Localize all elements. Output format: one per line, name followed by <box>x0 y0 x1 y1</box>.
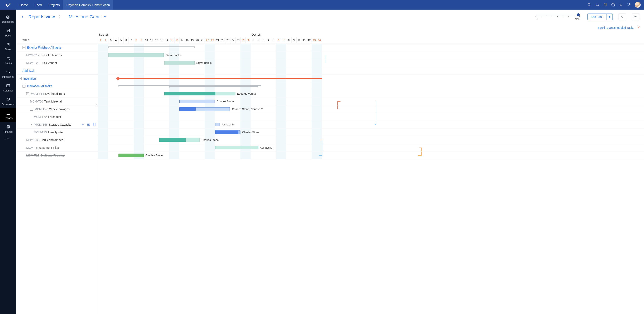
add-task-dropdown[interactable]: ▾ <box>606 13 613 20</box>
svg-point-16 <box>95 123 95 124</box>
task-bar[interactable] <box>179 107 230 111</box>
summary-bar[interactable] <box>118 85 261 86</box>
filter-button[interactable] <box>618 13 626 20</box>
sidebar-item-label: Feed <box>5 34 11 37</box>
task-bar[interactable] <box>215 130 240 134</box>
gantt-lane <box>98 75 644 82</box>
summary-bar[interactable] <box>169 86 258 87</box>
day-label: 30 <box>246 37 250 43</box>
sidebar-item-reports[interactable]: Reports <box>0 108 16 122</box>
task-row[interactable]: MCM-T72Force test <box>16 113 98 121</box>
task-bar[interactable] <box>164 61 194 65</box>
zoom-thumb[interactable] <box>577 13 580 16</box>
add-task-button[interactable]: Add Task <box>588 13 606 20</box>
bar-assignee-label: Avinash M <box>260 146 272 149</box>
bar-assignee-label: Charles Stone <box>202 138 218 141</box>
task-row[interactable]: MCM-T35Caulk and Air seal <box>16 136 98 144</box>
sidebar-item-finance[interactable]: Finance <box>0 122 16 136</box>
add-task-split-button: Add Task ▾ <box>588 13 613 20</box>
day-label: 22 <box>205 37 210 43</box>
gantt-lane: Charles Stone <box>98 152 644 159</box>
back-arrow-icon[interactable] <box>21 15 24 19</box>
sidebar-item-milestones[interactable]: Milestones <box>0 67 16 81</box>
gantt-chart[interactable]: Steve BanksSteve BanksEduardo VargasChar… <box>98 44 644 159</box>
avatar[interactable] <box>635 2 641 8</box>
task-bar[interactable] <box>215 123 220 126</box>
plus-circle-icon[interactable] <box>611 3 615 7</box>
task-title: Identify site <box>48 131 63 134</box>
bar-assignee-label: Charles Stone, Avinash M <box>232 107 263 111</box>
bell-icon[interactable] <box>619 3 623 7</box>
task-row[interactable]: −Exterior Finishes- All tasks <box>16 44 98 51</box>
milestone-line[interactable] <box>118 78 322 79</box>
nav-active-project[interactable]: Daymart Complex Construction <box>63 0 113 9</box>
settings-gear-icon[interactable] <box>637 26 640 29</box>
day-label: 28 <box>236 37 240 43</box>
tools-icon[interactable] <box>627 3 631 7</box>
summary-bar[interactable] <box>108 46 195 47</box>
task-row[interactable]: −MCM-T57Check leakages <box>16 105 98 113</box>
collapse-toggle[interactable]: − <box>30 123 33 126</box>
task-title: Tank Material <box>44 100 62 103</box>
collapse-toggle[interactable]: − <box>26 92 29 95</box>
task-bar[interactable] <box>118 154 144 157</box>
collapse-toggle[interactable]: − <box>19 77 22 80</box>
task-row[interactable]: MCM-T17Brick Arch forms <box>16 51 98 59</box>
task-row[interactable]: MCM-T60Tank Material <box>16 98 98 105</box>
sidebar-item-issues[interactable]: Issues <box>0 53 16 67</box>
task-bar[interactable] <box>164 92 236 95</box>
search-icon[interactable] <box>587 3 592 7</box>
sidebar-item-documents[interactable]: Documents <box>0 95 16 108</box>
task-row[interactable]: −MCM-T14Overhead Tank <box>16 90 98 98</box>
day-label: 12 <box>306 37 312 43</box>
app-logo[interactable] <box>0 2 16 8</box>
zoom-slider[interactable]: FIT MAX <box>536 13 580 20</box>
more-actions-button[interactable]: ••• <box>632 13 640 20</box>
sidebar-more[interactable]: ○○○ <box>4 137 12 140</box>
add-task-link[interactable]: Add Task <box>22 69 34 72</box>
task-id: MCM-T21 <box>26 154 39 157</box>
day-label: 7 <box>128 37 134 43</box>
nav-feed[interactable]: Feed <box>31 0 45 9</box>
bar-assignee-label: Charles Stone <box>242 131 259 134</box>
task-title: Storage Capacity <box>49 123 71 126</box>
task-row[interactable]: MCM-T20Brick Veneer <box>16 59 98 67</box>
task-row[interactable]: MCM-T5Basement Tiles <box>16 144 98 152</box>
row-detail-icon[interactable] <box>87 123 90 126</box>
collapse-toggle[interactable]: − <box>30 108 33 111</box>
task-row[interactable]: −Insulation <box>16 75 98 82</box>
nav-projects[interactable]: Projects <box>45 0 63 9</box>
sidebar-item-dashboard[interactable]: Dashboard <box>0 12 16 26</box>
bar-assignee-label: Avinash M <box>222 123 234 126</box>
view-select[interactable]: Milestone Gantt ▼ <box>68 14 106 19</box>
task-bar[interactable] <box>215 146 258 149</box>
sidebar-item-feed[interactable]: Feed <box>0 26 16 39</box>
collapse-toggle[interactable]: − <box>22 85 26 87</box>
breadcrumb[interactable]: Reports view <box>28 14 55 19</box>
sidebar-item-calendar[interactable]: Calendar <box>0 81 16 95</box>
scroll-unscheduled-link[interactable]: Scroll to Unscheduled Tasks <box>598 26 634 29</box>
row-add-icon[interactable] <box>81 123 84 126</box>
clock-icon[interactable] <box>603 3 607 7</box>
sidebar-item-label: Calendar <box>3 89 13 92</box>
task-title: Basement Tiles <box>39 146 59 149</box>
row-drag-icon[interactable] <box>93 123 96 126</box>
task-row[interactable]: MCM-T21Draft and Fire stop <box>16 152 98 159</box>
task-title: Overhead Tank <box>45 92 65 95</box>
task-title: Draft and Fire stop <box>40 154 65 157</box>
task-row[interactable]: −Insulation- All tasks <box>16 82 98 90</box>
month-label: Sep '18 <box>98 31 251 37</box>
nav-home[interactable]: Home <box>16 0 31 9</box>
task-bar[interactable] <box>179 100 215 103</box>
gamepad-icon[interactable] <box>595 3 599 7</box>
view-select-label: Milestone Gantt <box>68 14 101 19</box>
task-row[interactable]: −MCM-T56Storage Capacity <box>16 121 98 129</box>
task-bar[interactable] <box>108 53 164 57</box>
sidebar-item-tasks[interactable]: Tasks <box>0 39 16 53</box>
task-row[interactable]: MCM-T73Identify site <box>16 129 98 136</box>
gantt-lane: Charles Stone <box>98 129 644 136</box>
task-title: Brick Veneer <box>40 61 57 65</box>
task-row[interactable]: Add Task <box>16 67 98 75</box>
task-bar[interactable] <box>159 138 200 142</box>
collapse-toggle[interactable]: − <box>22 46 26 49</box>
